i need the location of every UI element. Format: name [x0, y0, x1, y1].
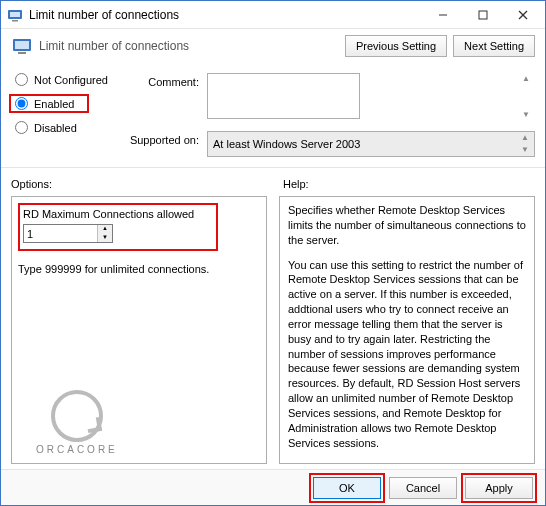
- supported-scroll[interactable]: ▲▼: [517, 133, 533, 155]
- cancel-button[interactable]: Cancel: [389, 477, 457, 499]
- svg-rect-2: [12, 20, 18, 22]
- help-paragraph: To use this setting, enter the number of…: [288, 461, 526, 465]
- help-paragraph: You can use this setting to restrict the…: [288, 258, 526, 451]
- watermark-text: ORCACORE: [36, 444, 118, 455]
- close-button[interactable]: [503, 2, 543, 28]
- radio-enabled-label: Enabled: [34, 98, 74, 110]
- radio-not-configured[interactable]: Not Configured: [15, 73, 127, 86]
- spinner-up-icon[interactable]: ▲: [98, 225, 112, 234]
- help-paragraph: Specifies whether Remote Desktop Service…: [288, 203, 526, 248]
- title-bar: Limit number of connections: [1, 1, 545, 29]
- help-label: Help:: [283, 178, 535, 190]
- comment-scroll[interactable]: ▲▼: [518, 74, 534, 120]
- svg-rect-4: [479, 11, 487, 19]
- previous-setting-button[interactable]: Previous Setting: [345, 35, 447, 57]
- window-title: Limit number of connections: [29, 8, 423, 22]
- svg-rect-9: [18, 52, 26, 54]
- help-pane: Specifies whether Remote Desktop Service…: [279, 196, 535, 464]
- radio-not-configured-label: Not Configured: [34, 74, 108, 86]
- spinner-down-icon[interactable]: ▼: [98, 234, 112, 243]
- options-label: Options:: [11, 178, 283, 190]
- radio-disabled-input[interactable]: [15, 121, 28, 134]
- dialog-buttons: OK Cancel Apply: [1, 469, 545, 505]
- next-setting-button[interactable]: Next Setting: [453, 35, 535, 57]
- main-panes: RD Maximum Connections allowed ▲ ▼ Type …: [1, 194, 545, 464]
- watermark-icon: [51, 390, 103, 442]
- svg-rect-1: [10, 12, 20, 17]
- supported-label: Supported on:: [127, 131, 207, 146]
- radio-disabled-label: Disabled: [34, 122, 77, 134]
- minimize-button[interactable]: [423, 2, 463, 28]
- max-connections-label: RD Maximum Connections allowed: [23, 205, 213, 224]
- watermark: ORCACORE: [36, 390, 118, 455]
- radio-not-configured-input[interactable]: [15, 73, 28, 86]
- comment-input[interactable]: [207, 73, 360, 119]
- radio-enabled[interactable]: Enabled: [15, 97, 83, 110]
- window-subtitle: Limit number of connections: [39, 39, 189, 53]
- section-labels: Options: Help:: [1, 167, 545, 194]
- comment-label: Comment:: [127, 73, 207, 88]
- max-connections-spinner[interactable]: ▲ ▼: [23, 224, 113, 243]
- options-hint: Type 999999 for unlimited connections.: [18, 263, 260, 275]
- policy-icon: [11, 35, 33, 57]
- state-radio-group: Not Configured Enabled Disabled: [15, 73, 127, 157]
- app-icon: [7, 7, 23, 23]
- options-pane: RD Maximum Connections allowed ▲ ▼ Type …: [11, 196, 267, 464]
- svg-rect-8: [15, 41, 29, 49]
- max-connections-input[interactable]: [24, 225, 97, 242]
- header-row: Limit number of connections Previous Set…: [1, 29, 545, 59]
- maximize-button[interactable]: [463, 2, 503, 28]
- ok-button[interactable]: OK: [313, 477, 381, 499]
- supported-box: At least Windows Server 2003 ▲▼: [207, 131, 535, 157]
- supported-value: At least Windows Server 2003: [213, 138, 360, 150]
- config-section: Not Configured Enabled Disabled Comment:…: [1, 59, 545, 161]
- radio-enabled-input[interactable]: [15, 97, 28, 110]
- apply-button[interactable]: Apply: [465, 477, 533, 499]
- radio-disabled[interactable]: Disabled: [15, 121, 127, 134]
